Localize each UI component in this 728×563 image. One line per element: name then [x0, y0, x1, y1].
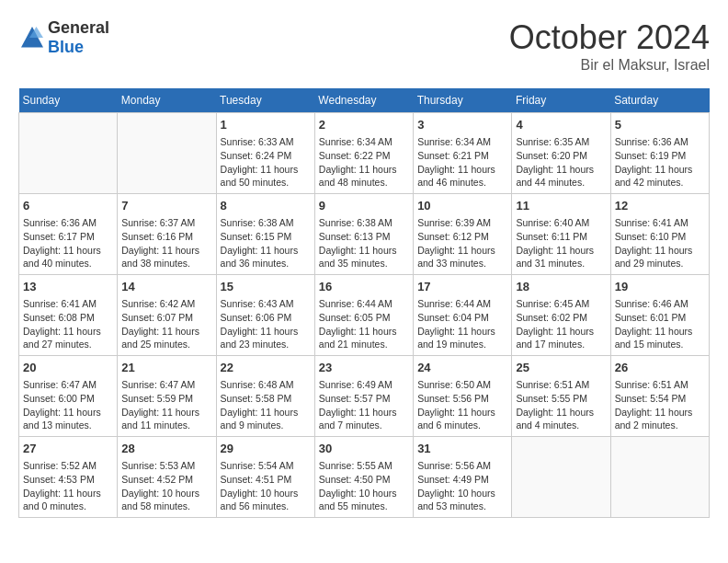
day-info: Sunrise: 6:43 AM Sunset: 6:06 PM Dayligh…	[221, 297, 311, 351]
day-cell: 27Sunrise: 5:52 AM Sunset: 4:53 PM Dayli…	[19, 437, 118, 518]
day-number: 21	[121, 360, 211, 376]
week-row-2: 6Sunrise: 6:36 AM Sunset: 6:17 PM Daylig…	[19, 194, 710, 275]
day-cell: 1Sunrise: 6:33 AM Sunset: 6:24 PM Daylig…	[216, 113, 314, 194]
day-number: 30	[319, 441, 409, 457]
day-info: Sunrise: 6:36 AM Sunset: 6:17 PM Dayligh…	[23, 216, 113, 270]
day-info: Sunrise: 6:48 AM Sunset: 5:58 PM Dayligh…	[221, 378, 311, 432]
day-cell: 2Sunrise: 6:34 AM Sunset: 6:22 PM Daylig…	[314, 113, 413, 194]
day-number: 13	[23, 279, 113, 295]
day-number: 10	[417, 198, 507, 214]
day-number: 22	[221, 360, 311, 376]
day-cell: 18Sunrise: 6:45 AM Sunset: 6:02 PM Dayli…	[512, 275, 610, 356]
day-info: Sunrise: 6:37 AM Sunset: 6:16 PM Dayligh…	[121, 216, 211, 270]
day-number: 6	[23, 198, 113, 214]
day-number: 3	[417, 117, 507, 133]
month-title: October 2024	[509, 18, 710, 57]
logo-icon	[18, 24, 46, 52]
day-info: Sunrise: 5:52 AM Sunset: 4:53 PM Dayligh…	[23, 459, 113, 513]
title-block: October 2024 Bir el Maksur, Israel	[509, 18, 710, 74]
day-number: 8	[221, 198, 311, 214]
day-cell: 25Sunrise: 6:51 AM Sunset: 5:55 PM Dayli…	[512, 356, 610, 437]
week-row-5: 27Sunrise: 5:52 AM Sunset: 4:53 PM Dayli…	[19, 437, 710, 518]
day-info: Sunrise: 6:50 AM Sunset: 5:56 PM Dayligh…	[417, 378, 507, 432]
day-info: Sunrise: 6:44 AM Sunset: 6:05 PM Dayligh…	[319, 297, 409, 351]
day-info: Sunrise: 6:39 AM Sunset: 6:12 PM Dayligh…	[417, 216, 507, 270]
day-info: Sunrise: 6:47 AM Sunset: 6:00 PM Dayligh…	[23, 378, 113, 432]
day-number: 5	[615, 117, 705, 133]
day-number: 9	[319, 198, 409, 214]
day-cell: 21Sunrise: 6:47 AM Sunset: 5:59 PM Dayli…	[118, 356, 216, 437]
day-info: Sunrise: 6:41 AM Sunset: 6:10 PM Dayligh…	[615, 216, 705, 270]
day-number: 7	[121, 198, 211, 214]
weekday-header-tuesday: Tuesday	[216, 88, 314, 113]
day-info: Sunrise: 6:38 AM Sunset: 6:13 PM Dayligh…	[319, 216, 409, 270]
day-info: Sunrise: 6:51 AM Sunset: 5:54 PM Dayligh…	[615, 378, 705, 432]
day-number: 12	[615, 198, 705, 214]
day-cell: 17Sunrise: 6:44 AM Sunset: 6:04 PM Dayli…	[414, 275, 512, 356]
day-number: 4	[516, 117, 606, 133]
day-info: Sunrise: 6:40 AM Sunset: 6:11 PM Dayligh…	[516, 216, 606, 270]
day-cell: 12Sunrise: 6:41 AM Sunset: 6:10 PM Dayli…	[610, 194, 709, 275]
day-cell: 11Sunrise: 6:40 AM Sunset: 6:11 PM Dayli…	[512, 194, 610, 275]
day-cell: 8Sunrise: 6:38 AM Sunset: 6:15 PM Daylig…	[216, 194, 314, 275]
day-cell: 16Sunrise: 6:44 AM Sunset: 6:05 PM Dayli…	[314, 275, 413, 356]
day-number: 1	[221, 117, 311, 133]
day-info: Sunrise: 5:53 AM Sunset: 4:52 PM Dayligh…	[121, 459, 211, 513]
day-number: 11	[516, 198, 606, 214]
day-cell: 6Sunrise: 6:36 AM Sunset: 6:17 PM Daylig…	[19, 194, 118, 275]
day-cell	[610, 437, 709, 518]
day-number: 27	[23, 441, 113, 457]
day-cell: 23Sunrise: 6:49 AM Sunset: 5:57 PM Dayli…	[314, 356, 413, 437]
day-info: Sunrise: 5:55 AM Sunset: 4:50 PM Dayligh…	[319, 459, 409, 513]
day-number: 31	[417, 441, 507, 457]
weekday-header-thursday: Thursday	[414, 88, 512, 113]
weekday-header-friday: Friday	[512, 88, 610, 113]
day-number: 23	[319, 360, 409, 376]
day-info: Sunrise: 6:51 AM Sunset: 5:55 PM Dayligh…	[516, 378, 606, 432]
day-number: 26	[615, 360, 705, 376]
day-info: Sunrise: 6:46 AM Sunset: 6:01 PM Dayligh…	[615, 297, 705, 351]
day-number: 25	[516, 360, 606, 376]
day-number: 24	[417, 360, 507, 376]
day-number: 17	[417, 279, 507, 295]
day-cell: 26Sunrise: 6:51 AM Sunset: 5:54 PM Dayli…	[610, 356, 709, 437]
day-number: 18	[516, 279, 606, 295]
day-number: 16	[319, 279, 409, 295]
day-number: 14	[121, 279, 211, 295]
logo-blue-text: Blue	[48, 38, 84, 56]
day-cell: 30Sunrise: 5:55 AM Sunset: 4:50 PM Dayli…	[314, 437, 413, 518]
week-row-1: 1Sunrise: 6:33 AM Sunset: 6:24 PM Daylig…	[19, 113, 710, 194]
weekday-header-monday: Monday	[118, 88, 216, 113]
logo: General Blue	[18, 18, 109, 57]
day-cell: 5Sunrise: 6:36 AM Sunset: 6:19 PM Daylig…	[610, 113, 709, 194]
weekday-header-row: SundayMondayTuesdayWednesdayThursdayFrid…	[19, 88, 710, 113]
day-number: 19	[615, 279, 705, 295]
day-info: Sunrise: 5:54 AM Sunset: 4:51 PM Dayligh…	[221, 459, 311, 513]
day-cell: 28Sunrise: 5:53 AM Sunset: 4:52 PM Dayli…	[118, 437, 216, 518]
day-cell: 24Sunrise: 6:50 AM Sunset: 5:56 PM Dayli…	[414, 356, 512, 437]
day-number: 2	[319, 117, 409, 133]
day-cell	[19, 113, 118, 194]
day-info: Sunrise: 6:41 AM Sunset: 6:08 PM Dayligh…	[23, 297, 113, 351]
day-info: Sunrise: 6:38 AM Sunset: 6:15 PM Dayligh…	[221, 216, 311, 270]
day-cell: 20Sunrise: 6:47 AM Sunset: 6:00 PM Dayli…	[19, 356, 118, 437]
day-number: 15	[221, 279, 311, 295]
day-cell: 4Sunrise: 6:35 AM Sunset: 6:20 PM Daylig…	[512, 113, 610, 194]
logo-general-text: General	[48, 18, 109, 37]
day-cell: 14Sunrise: 6:42 AM Sunset: 6:07 PM Dayli…	[118, 275, 216, 356]
day-cell: 29Sunrise: 5:54 AM Sunset: 4:51 PM Dayli…	[216, 437, 314, 518]
day-cell: 13Sunrise: 6:41 AM Sunset: 6:08 PM Dayli…	[19, 275, 118, 356]
week-row-3: 13Sunrise: 6:41 AM Sunset: 6:08 PM Dayli…	[19, 275, 710, 356]
day-info: Sunrise: 6:44 AM Sunset: 6:04 PM Dayligh…	[417, 297, 507, 351]
day-info: Sunrise: 6:49 AM Sunset: 5:57 PM Dayligh…	[319, 378, 409, 432]
day-number: 20	[23, 360, 113, 376]
day-info: Sunrise: 6:33 AM Sunset: 6:24 PM Dayligh…	[221, 135, 311, 190]
day-info: Sunrise: 6:45 AM Sunset: 6:02 PM Dayligh…	[516, 297, 606, 351]
day-info: Sunrise: 6:47 AM Sunset: 5:59 PM Dayligh…	[121, 378, 211, 432]
day-info: Sunrise: 6:34 AM Sunset: 6:21 PM Dayligh…	[417, 135, 507, 190]
day-number: 28	[121, 441, 211, 457]
day-cell: 31Sunrise: 5:56 AM Sunset: 4:49 PM Dayli…	[414, 437, 512, 518]
day-cell	[512, 437, 610, 518]
calendar-table: SundayMondayTuesdayWednesdayThursdayFrid…	[18, 88, 710, 518]
weekday-header-sunday: Sunday	[19, 88, 118, 113]
